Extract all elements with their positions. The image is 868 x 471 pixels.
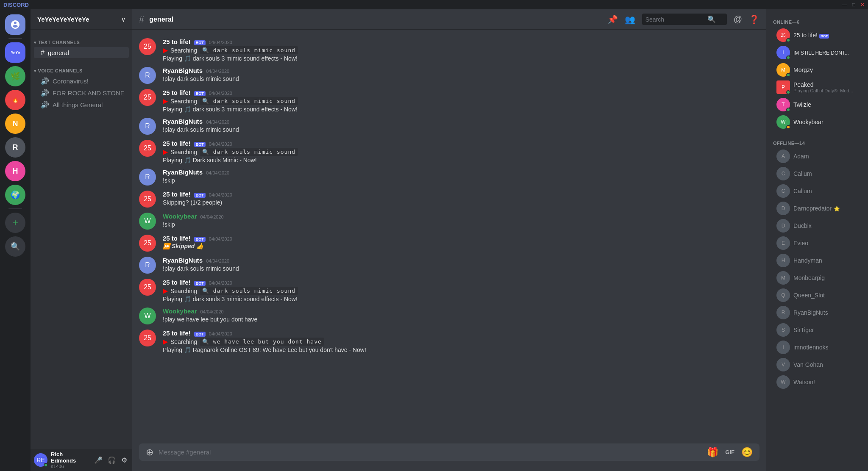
message-author[interactable]: Wookybear [163,308,197,315]
member-name-area: Peaked Playing Call of Duty®: Mod... [793,81,853,93]
list-item[interactable]: W Watson! [770,374,865,391]
server-3[interactable]: 🔥 [5,90,25,110]
list-item[interactable]: H Handyman [770,252,865,269]
message-author[interactable]: 25 to life! [163,140,191,147]
member-avatar: C [776,167,790,180]
message-timestamp: 04/04/2020 [209,331,232,336]
status-dot [786,125,790,129]
list-item[interactable]: P Peaked Playing Call of Duty®: Mod... [770,79,865,96]
gift-icon[interactable]: 🎁 [707,447,718,458]
server-dropdown-icon: ∨ [121,16,125,23]
list-item[interactable]: S SirTiger [770,321,865,338]
message-author[interactable]: 25 to life! [163,89,191,96]
status-dot [786,55,790,60]
close-button[interactable]: ✕ [860,2,865,8]
bot-badge: BOT [194,193,206,198]
message-author[interactable]: Wookybear [163,213,197,220]
maximize-button[interactable]: □ [852,2,855,8]
table-row: 25 25 to life! BOT 04/04/2020 Skipping? … [132,189,766,209]
list-item[interactable]: D Darnopredator ⭐ [770,200,865,217]
server-7[interactable]: 🌍 [5,185,25,205]
avatar: 25 [139,38,156,55]
channel-coronavirus-label: Coronavirus! [53,78,89,85]
channel-all-general[interactable]: 🔊 All things General [34,99,129,111]
list-item[interactable]: D Ducbix [770,217,865,234]
deafen-button[interactable]: 🎧 [106,454,118,466]
pin-icon[interactable]: 📌 [607,14,618,25]
list-item[interactable]: M Monbearpig [770,269,865,286]
member-name-area: 25 to life! BOT [793,31,829,39]
server-home[interactable] [5,14,25,35]
avatar-text: W [781,379,785,385]
list-item[interactable]: R RyanBigNuts [770,304,865,321]
message-author[interactable]: RyanBigNuts [163,67,203,74]
avatar-text: V [782,362,785,368]
member-name: Callum [793,170,812,177]
message-content: 25 to life! BOT 04/04/2020 ▶ Searching 🔍… [163,279,760,302]
help-icon[interactable]: ❓ [749,14,760,25]
member-name: Watson! [793,379,815,385]
message-content: Wookybear 04/04/2020 !play we have lee b… [163,308,760,324]
search-keywords: 🔍 we have lee but you dont have [200,338,324,346]
member-name: imnotlennoks [793,344,829,351]
message-author[interactable]: 25 to life! [163,38,191,45]
playing-text: Playing 🎵 dark souls 3 mimic sound effec… [163,55,298,62]
message-author[interactable]: 25 to life! [163,279,191,286]
message-author[interactable]: 25 to life! [163,330,191,337]
message-author[interactable]: RyanBigNuts [163,257,203,264]
message-author[interactable]: RyanBigNuts [163,118,203,125]
server-yeyeyeyeyeye[interactable]: YeYe [5,42,25,63]
settings-icon[interactable]: ⚙ [120,49,125,56]
server-4[interactable]: N [5,114,25,134]
list-item[interactable]: M Morgzy [770,61,865,78]
list-item[interactable]: 25 25 to life! BOT [770,27,865,44]
settings-button[interactable]: ⚙ [120,454,129,466]
server-header[interactable]: YeYeYeYeYeYeYe ∨ [31,9,132,30]
avatar: R [139,257,156,274]
messages-list: 25 25 to life! BOT 04/04/2020 ▶ Searchin… [132,30,766,443]
bot-search-line: ▶ Searching 🔍 dark souls mimic sound [163,97,760,105]
members-icon[interactable]: 👥 [625,14,635,25]
at-icon[interactable]: @ [734,14,742,24]
invite-icon[interactable]: 👤 [111,49,118,56]
search-input[interactable] [645,16,705,23]
message-author[interactable]: 25 to life! [163,235,191,242]
list-item[interactable]: V Van Gohan [770,356,865,373]
channel-rock-and-stone[interactable]: 🔊 FOR ROCK AND STONE [34,87,129,99]
message-author[interactable]: 25 to life! [163,191,191,198]
add-server-button[interactable]: + [5,213,25,233]
add-attachment-button[interactable]: ⊕ [146,447,153,458]
server-5[interactable]: R [5,137,25,158]
text-channels-category[interactable]: ▾ TEXT CHANNELS [31,33,132,47]
list-item[interactable]: E Evieo [770,235,865,252]
table-row: W Wookybear 04/04/2020 !skip [132,211,766,231]
list-item[interactable]: i imnotlennoks [770,339,865,356]
emoji-icon[interactable]: 😊 [741,447,753,458]
minimize-button[interactable]: — [842,2,847,8]
list-item[interactable]: T Twiizle [770,96,865,113]
voice-channels-category[interactable]: ▾ VOICE CHANNELS [31,61,132,75]
searching-text: Searching [170,149,197,155]
member-name: Ducbix [793,222,812,229]
mute-button[interactable]: 🎤 [92,454,104,466]
list-item[interactable]: A Adam [770,148,865,165]
server-2[interactable]: 🌿 [5,66,25,86]
list-item[interactable]: I IM STILL HERE DONT... [770,44,865,61]
search-bar[interactable]: 🔍 [642,14,727,25]
channel-general[interactable]: # general 👤 ⚙ [34,47,129,58]
list-item[interactable]: W Wookybear [770,114,865,130]
message-author[interactable]: RyanBigNuts [163,169,203,176]
discover-button[interactable]: 🔍 [5,236,25,257]
list-item[interactable]: C Callum [770,183,865,199]
channel-coronavirus[interactable]: 🔊 Coronavirus! [34,75,129,87]
server-6[interactable]: H [5,161,25,181]
server-name: YeYeYeYeYeYeYe [37,16,89,23]
list-item[interactable]: C Callum [770,165,865,182]
avatar: 25 [139,191,156,208]
gif-icon[interactable]: GIF [723,448,736,456]
youtube-icon: ▶ [163,46,168,54]
playing-text: Playing 🎵 dark souls 3 mimic sound effec… [163,296,298,302]
message-input[interactable] [159,443,702,461]
list-item[interactable]: Q Queen_Slot [770,287,865,304]
message-content: RyanBigNuts 04/04/2020 !play dark souls … [163,257,760,274]
